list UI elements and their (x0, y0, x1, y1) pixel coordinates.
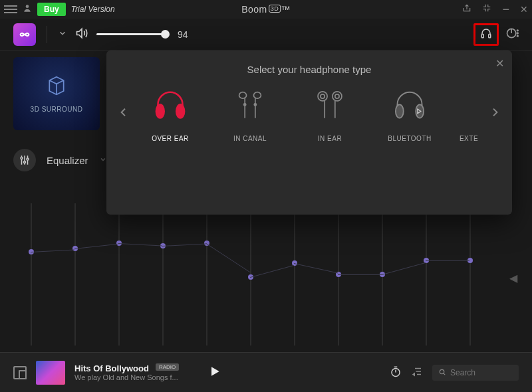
player-bar: Hits Of Bollywood RADIO We play Old and … (0, 352, 532, 392)
toolbar: 94 (0, 19, 532, 50)
svg-point-33 (332, 92, 342, 101)
headphone-label: IN CANAL (233, 135, 267, 142)
headphone-over-ear[interactable]: OVER EAR (140, 84, 200, 142)
chevron-down-icon[interactable] (58, 29, 67, 41)
svg-point-29 (254, 104, 256, 106)
eq-band[interactable] (206, 203, 207, 345)
svg-point-24 (239, 92, 247, 98)
svg-point-20 (440, 369, 444, 373)
volume-value: 94 (178, 29, 188, 40)
queue-icon[interactable] (411, 365, 423, 380)
eq-curve (250, 265, 294, 278)
headphone-label: EXTE (460, 135, 478, 142)
headphone-external[interactable]: EXTE (460, 84, 478, 142)
trial-label: Trial Version (71, 5, 115, 14)
headphone-bluetooth[interactable]: BLUETOOTH (380, 84, 440, 142)
svg-rect-1 (481, 34, 483, 37)
play-button[interactable] (208, 365, 221, 381)
eq-curve (162, 244, 206, 247)
menu-icon[interactable] (4, 5, 17, 13)
divider (47, 26, 47, 43)
bluetooth-icon (392, 84, 428, 127)
svg-point-36 (396, 104, 404, 118)
svg-rect-2 (489, 34, 491, 37)
headphone-label: IN EAR (318, 135, 342, 142)
contract-icon[interactable] (482, 3, 491, 15)
carousel-prev-icon[interactable] (118, 103, 129, 124)
in-ear-icon (313, 84, 346, 127)
cube-icon (46, 75, 67, 99)
app-title: Boom3D™ (241, 4, 291, 15)
eq-band[interactable] (426, 203, 427, 345)
svg-point-11 (24, 161, 26, 163)
eq-band[interactable] (118, 203, 120, 345)
app-logo[interactable] (13, 23, 36, 46)
svg-point-6 (517, 33, 519, 34)
search-box[interactable] (432, 365, 519, 381)
svg-point-13 (27, 158, 29, 160)
eq-curve (31, 249, 74, 252)
chevron-down-icon[interactable] (99, 154, 107, 166)
power-icon[interactable] (505, 27, 519, 43)
svg-point-37 (416, 104, 424, 118)
titlebar: Buy Trial Version Boom3D™ − ✕ (0, 0, 532, 19)
track-subtitle: We play Old and New Songs f... (74, 373, 179, 381)
svg-point-22 (156, 104, 164, 118)
svg-point-26 (253, 92, 261, 98)
source-icon[interactable] (13, 366, 27, 379)
volume-slider[interactable] (96, 33, 170, 35)
svg-point-7 (517, 35, 519, 37)
sleep-timer-icon[interactable] (390, 365, 402, 380)
svg-line-21 (444, 373, 445, 375)
headphone-label: OVER EAR (152, 135, 189, 142)
eq-curve (338, 274, 382, 275)
carousel-next-icon[interactable] (489, 103, 500, 124)
svg-point-23 (176, 104, 184, 118)
svg-point-28 (244, 104, 246, 106)
svg-point-30 (318, 92, 327, 101)
eq-curve (118, 243, 162, 246)
eq-band[interactable] (74, 203, 76, 345)
svg-point-34 (335, 94, 339, 98)
eq-band[interactable] (469, 203, 471, 345)
eq-curve (294, 263, 338, 273)
eq-curve (382, 262, 426, 275)
track-title: Hits Of Bollywood (74, 363, 149, 373)
eq-band[interactable] (294, 203, 295, 345)
in-canal-icon (233, 84, 267, 127)
eq-band[interactable] (31, 203, 32, 345)
share-icon[interactable] (462, 3, 471, 15)
minimize-icon[interactable]: − (502, 3, 509, 17)
headphone-button[interactable] (473, 23, 499, 46)
headphone-label: BLUETOOTH (388, 135, 431, 142)
equalizer-bands[interactable]: ◀ (31, 203, 501, 345)
surround-card[interactable]: 3D SURROUND (13, 57, 100, 130)
headphone-modal: ✕ Select your headphone type OVER EAR IN… (106, 50, 512, 215)
reset-icon[interactable]: ◀ (509, 272, 517, 284)
speaker-icon[interactable] (75, 27, 88, 43)
equalizer-label: Equalizer (47, 155, 88, 166)
modal-title: Select your headphone type (106, 50, 512, 84)
svg-point-31 (321, 94, 325, 98)
headphone-in-ear[interactable]: IN EAR (300, 84, 360, 142)
surround-label: 3D SURROUND (31, 106, 83, 113)
buy-button[interactable]: Buy (37, 3, 66, 16)
user-icon[interactable] (23, 3, 32, 15)
eq-band[interactable] (162, 203, 164, 345)
modal-close-icon[interactable]: ✕ (495, 57, 504, 70)
eq-curve (74, 244, 118, 249)
eq-curve (205, 243, 250, 272)
radio-badge: RADIO (156, 363, 179, 371)
svg-point-0 (26, 5, 29, 8)
eq-curve (426, 260, 469, 261)
close-icon[interactable]: ✕ (520, 4, 528, 15)
search-icon (439, 368, 446, 377)
album-art[interactable] (36, 361, 65, 385)
svg-point-5 (517, 30, 519, 31)
search-input[interactable] (450, 368, 512, 377)
equalizer-icon[interactable] (13, 149, 36, 171)
over-ear-icon (152, 84, 188, 127)
svg-point-9 (21, 157, 23, 159)
headphone-in-canal[interactable]: IN CANAL (220, 84, 280, 142)
